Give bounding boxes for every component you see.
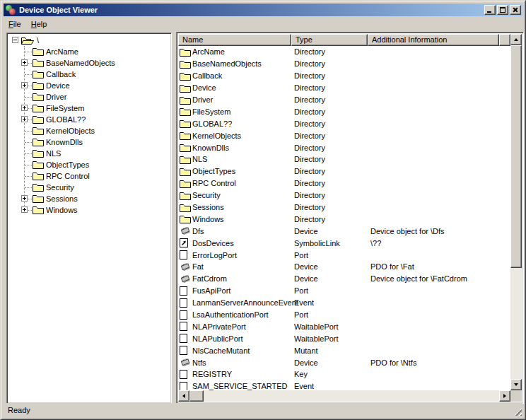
- list-row-errorlogport[interactable]: ErrorLogPort Port: [178, 249, 510, 261]
- column-header-name[interactable]: Name: [178, 34, 291, 46]
- tree-view: \ ArcName BaseNamedObjects Callback Devi…: [8, 35, 170, 402]
- scroll-right-button[interactable]: [499, 390, 510, 402]
- expand-icon[interactable]: [21, 195, 28, 202]
- list-row-sessions[interactable]: Sessions Directory: [178, 202, 510, 214]
- name-cell: GLOBAL??: [178, 119, 291, 128]
- scroll-left-button[interactable]: [178, 390, 189, 402]
- list-row-fusapiport[interactable]: FusApiPort Port: [178, 285, 510, 297]
- plain-icon: [180, 310, 192, 320]
- tree-item-kernelobjects[interactable]: KernelObjects: [8, 125, 170, 136]
- vertical-scrollbar[interactable]: [510, 34, 522, 390]
- list-row-dfs[interactable]: Dfs Device Device object for \Dfs: [178, 225, 510, 237]
- expand-icon[interactable]: [21, 59, 28, 66]
- name-cell: KnownDlls: [178, 143, 291, 152]
- name-cell: ErrorLogPort: [178, 250, 291, 259]
- folder-icon: [33, 115, 44, 124]
- expand-icon[interactable]: [21, 82, 28, 88]
- name-cell: Device: [178, 83, 291, 93]
- scroll-up-button[interactable]: [510, 34, 522, 45]
- name-cell: FileSystem: [178, 107, 291, 116]
- list-row-arcname[interactable]: ArcName Directory: [178, 46, 510, 58]
- horizontal-scrollbar-thumb[interactable]: [189, 390, 204, 402]
- column-header-type[interactable]: Type: [291, 34, 368, 46]
- list-row-lsaauthenticationport[interactable]: LsaAuthenticationPort Port: [178, 309, 510, 321]
- list-row-ntfs[interactable]: Ntfs Device PDO for \Ntfs: [178, 356, 510, 368]
- tree-item-callback[interactable]: Callback: [8, 69, 170, 80]
- tree-item-arcname[interactable]: ArcName: [8, 46, 170, 57]
- tree-item-global-[interactable]: GLOBAL??: [8, 114, 170, 125]
- list-row-rpc-control[interactable]: RPC Control Directory: [178, 177, 510, 189]
- info-cell: PDO for \Ntfs: [368, 358, 510, 367]
- list-row-security[interactable]: Security Directory: [178, 189, 510, 202]
- list-row-nlscachemutant[interactable]: NlsCacheMutant Mutant: [178, 344, 510, 356]
- type-cell: SymbolicLink: [291, 239, 368, 247]
- minimize-button[interactable]: [484, 5, 496, 15]
- list-row-knowndlls[interactable]: KnownDlls Directory: [178, 141, 510, 153]
- list-row-filesystem[interactable]: FileSystem Directory: [178, 105, 510, 117]
- name-cell: Ntfs: [178, 358, 291, 367]
- expand-icon[interactable]: [21, 105, 28, 111]
- plain-icon: [180, 370, 192, 379]
- tree-item-knowndlls[interactable]: KnownDlls: [8, 136, 170, 148]
- tree-item-rpc-control[interactable]: RPC Control: [8, 170, 170, 182]
- resize-grip-icon[interactable]: [513, 407, 522, 416]
- list-row-callback[interactable]: Callback Directory: [178, 70, 510, 82]
- tree-root-item[interactable]: \: [8, 35, 170, 46]
- type-cell: Device: [291, 274, 368, 283]
- list-row-fat[interactable]: Fat Device PDO for \Fat: [178, 261, 510, 273]
- folder-icon: [180, 131, 192, 140]
- list-row-basenamedobjects[interactable]: BaseNamedObjects Directory: [178, 58, 510, 70]
- name-cell: DosDevices: [178, 238, 291, 247]
- tree-item-nls[interactable]: NLS: [8, 148, 170, 159]
- status-bar: Ready: [4, 403, 522, 416]
- name-cell: Callback: [178, 71, 291, 81]
- tree-item-security[interactable]: Security: [8, 182, 170, 193]
- list-row-objecttypes[interactable]: ObjectTypes Directory: [178, 165, 510, 177]
- list-row-sam-service-started[interactable]: SAM_SERVICE_STARTED Event: [178, 380, 510, 390]
- plain-icon: [180, 382, 192, 390]
- list-row-windows[interactable]: Windows Directory: [178, 213, 510, 225]
- expand-icon[interactable]: [21, 206, 28, 213]
- list-row-kernelobjects[interactable]: KernelObjects Directory: [178, 129, 510, 141]
- menu-item-file[interactable]: File: [4, 18, 26, 30]
- arrow-right-icon: [503, 394, 506, 398]
- list-row-device[interactable]: Device Directory: [178, 82, 510, 94]
- type-cell: Event: [291, 382, 368, 390]
- tree-item-windows[interactable]: Windows: [8, 204, 170, 216]
- close-button[interactable]: [510, 5, 521, 15]
- scroll-down-button[interactable]: [510, 379, 522, 390]
- tree-connector-stub: [25, 165, 32, 165]
- tree-item-objecttypes[interactable]: ObjectTypes: [8, 159, 170, 170]
- folder-icon: [180, 107, 192, 116]
- maximize-button[interactable]: [497, 5, 508, 15]
- list-row-nls[interactable]: NLS Directory: [178, 153, 510, 165]
- tree-item-device[interactable]: Device: [8, 80, 170, 91]
- menu-item-help[interactable]: Help: [26, 18, 52, 30]
- list-row-global-[interactable]: GLOBAL?? Directory: [178, 117, 510, 129]
- status-text: Ready: [4, 406, 30, 414]
- type-cell: Device: [291, 262, 368, 271]
- list-row-fatcdrom[interactable]: FatCdrom Device Device object for \FatCd…: [178, 273, 510, 285]
- list-row-nlapublicport[interactable]: NLAPublicPort WaitablePort: [178, 332, 510, 344]
- tree-item-basenamedobjects[interactable]: BaseNamedObjects: [8, 57, 170, 69]
- column-header-info[interactable]: Additional Information: [368, 34, 499, 46]
- list-row-driver[interactable]: Driver Directory: [178, 94, 510, 106]
- collapse-icon[interactable]: [12, 37, 18, 43]
- folder-icon: [33, 148, 44, 158]
- list-row-nlaprivateport[interactable]: NLAPrivatePort WaitablePort: [178, 320, 510, 332]
- list-row-lanmanserverannounceevent[interactable]: LanmanServerAnnounceEvent Event: [178, 297, 510, 309]
- tree-item-driver[interactable]: Driver: [8, 91, 170, 103]
- tree-connector-stub: [25, 52, 32, 52]
- name-cell: Windows: [178, 214, 291, 223]
- tree-panel[interactable]: \ ArcName BaseNamedObjects Callback Devi…: [6, 33, 172, 404]
- name-cell: Security: [178, 191, 291, 200]
- tree-item-sessions[interactable]: Sessions: [8, 193, 170, 204]
- title-bar[interactable]: Device Object Viewer: [4, 4, 522, 16]
- list-row-registry[interactable]: REGISTRY Key: [178, 368, 510, 380]
- tree-item-filesystem[interactable]: FileSystem: [8, 103, 170, 114]
- plain-icon: [180, 250, 192, 259]
- horizontal-scrollbar[interactable]: [178, 390, 510, 402]
- expand-icon[interactable]: [21, 116, 28, 122]
- list-row-dosdevices[interactable]: DosDevices SymbolicLink \??: [178, 237, 510, 249]
- vertical-scrollbar-thumb[interactable]: [510, 45, 522, 268]
